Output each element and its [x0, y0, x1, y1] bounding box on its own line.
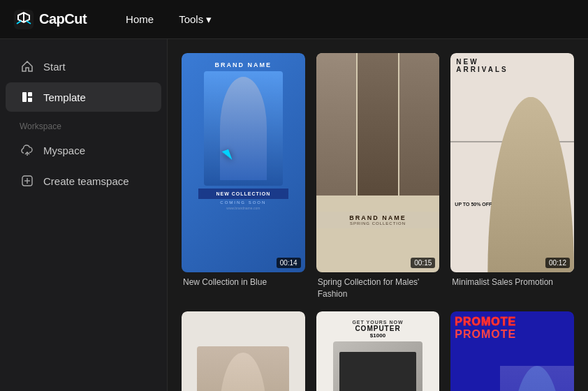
svg-rect-2 [22, 92, 27, 102]
main-layout: Start Template Workspace Myspace [0, 39, 588, 391]
template-thumb-2: BRAND NAME SPRING COLLECTION 00:15 [316, 53, 440, 272]
template-grid: BRAND NAME NEW COLLECTION COMING SOON ww… [182, 53, 574, 391]
sidebar-start-label: Start [43, 61, 66, 73]
sidebar-template-label: Template [43, 91, 86, 103]
template-icon [20, 89, 35, 105]
header: CapCut Home Tools ▾ [0, 0, 588, 39]
sidebar-item-create-teamspace[interactable]: Create teamspace [6, 166, 161, 196]
sidebar-myspace-label: Myspace [43, 145, 85, 156]
template-card-4[interactable]: LIMITED SALE 00:13 [182, 311, 305, 391]
svg-rect-4 [28, 98, 32, 102]
template-duration-2: 00:15 [411, 258, 435, 268]
template-card-1[interactable]: BRAND NAME NEW COLLECTION COMING SOON ww… [182, 53, 305, 300]
template-duration-3: 00:12 [545, 258, 570, 268]
sidebar: Start Template Workspace Myspace [0, 39, 168, 391]
template-card-5[interactable]: GET YOURS NOW COMPUTER $1000 WWW.SAMPLE.… [316, 311, 440, 391]
template-card-3[interactable]: NEW ARRIVALS UP TO 50% OFF 00:12 Minimal… [450, 53, 574, 300]
template-title-1: New Collection in Blue [182, 276, 305, 288]
plus-icon [20, 173, 35, 189]
template-thumb-3: NEW ARRIVALS UP TO 50% OFF 00:12 [450, 53, 574, 272]
template-thumb-5: GET YOURS NOW COMPUTER $1000 WWW.SAMPLE.… [316, 311, 440, 391]
template-thumb-1: BRAND NAME NEW COLLECTION COMING SOON ww… [182, 53, 305, 272]
content-area: BRAND NAME NEW COLLECTION COMING SOON ww… [168, 39, 588, 391]
cloud-icon [20, 142, 35, 158]
template-title-2: Spring Collection for Males' Fashion [316, 276, 440, 300]
template-thumb-6: PROMOTE PROMOTE ONLINE ONLY 00:15 [450, 311, 574, 391]
workspace-section-label: Workspace [0, 113, 167, 134]
sidebar-item-myspace[interactable]: Myspace [6, 135, 161, 165]
template-thumb-4: LIMITED SALE 00:13 [182, 311, 305, 391]
template-card-2[interactable]: BRAND NAME SPRING COLLECTION 00:15 Sprin… [316, 53, 440, 300]
nav-home[interactable]: Home [115, 9, 165, 30]
main-nav: Home Tools ▾ [115, 9, 223, 30]
template-duration-1: 00:14 [277, 258, 301, 268]
sidebar-item-start[interactable]: Start [6, 52, 161, 81]
template-card-6[interactable]: PROMOTE PROMOTE ONLINE ONLY 00:15 [450, 311, 574, 391]
nav-tools[interactable]: Tools ▾ [168, 9, 223, 30]
svg-rect-3 [28, 92, 32, 96]
logo-text: CapCut [39, 11, 87, 27]
logo: CapCut [14, 10, 87, 29]
chevron-down-icon: ▾ [206, 13, 212, 26]
sidebar-create-teamspace-label: Create teamspace [43, 175, 129, 187]
capcut-logo-icon [14, 10, 34, 29]
sidebar-item-template[interactable]: Template [6, 82, 161, 112]
template-title-3: Minimalist Sales Promotion [450, 276, 574, 288]
home-icon [20, 59, 35, 74]
